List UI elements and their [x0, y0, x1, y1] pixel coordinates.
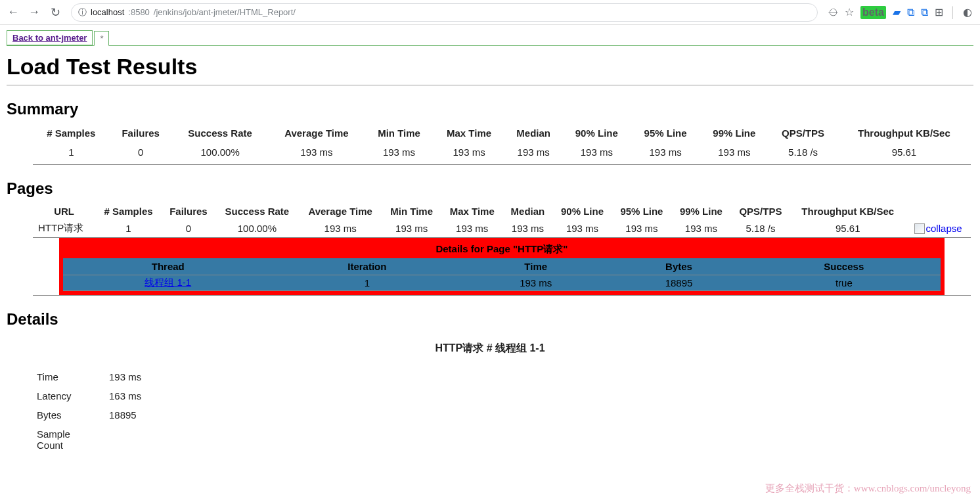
- details-inner-row: 线程组 1-1 1 193 ms 18895 true: [63, 275, 941, 291]
- kv-row: Sample Count: [37, 424, 158, 455]
- reload-button[interactable]: ↻: [46, 3, 64, 22]
- divider: │: [950, 7, 956, 18]
- rule: [7, 85, 973, 85]
- page-body: Back to ant-jmeter * Load Test Results S…: [0, 25, 980, 481]
- url-host: localhost: [91, 7, 124, 17]
- section-details: Details: [7, 310, 973, 329]
- tab-active[interactable]: *: [94, 31, 109, 46]
- tab-strip: Back to ant-jmeter *: [7, 30, 973, 46]
- page-title: Load Test Results: [7, 54, 973, 80]
- kv-row: Latency163 ms: [37, 386, 158, 405]
- details-box: Details for Page "HTTP请求" Thread Iterati…: [59, 238, 945, 295]
- section-pages: Pages: [7, 179, 973, 198]
- kv-row: Bytes18895: [37, 405, 158, 424]
- star-icon[interactable]: ☆: [845, 6, 854, 18]
- kv-row: Time193 ms: [37, 367, 158, 386]
- detail-kv-table: Time193 ms Latency163 ms Bytes18895 Samp…: [37, 367, 158, 455]
- info-icon: ⓘ: [78, 7, 87, 18]
- details-inner-table: Thread Iteration Time Bytes Success 线程组 …: [63, 258, 941, 291]
- thread-link[interactable]: 线程组 1-1: [145, 277, 191, 288]
- tab-back[interactable]: Back to ant-jmeter: [7, 30, 93, 45]
- address-bar[interactable]: ⓘ localhost:8580/jenkins/job/ant-jmeter/…: [71, 3, 818, 22]
- back-link[interactable]: Back to ant-jmeter: [12, 33, 87, 43]
- ext-icon-4[interactable]: ⊞: [935, 6, 943, 18]
- toolbar-icons: ⦵ ☆ beta ▰ ⧉ ⧉ ⊞ │ ◐: [824, 6, 976, 19]
- url-port: :8580: [128, 7, 150, 17]
- translate-icon[interactable]: ⦵: [828, 7, 838, 18]
- ext-icon-2[interactable]: ⧉: [907, 7, 914, 18]
- pages-header-row: URL# SamplesFailures Success RateAverage…: [33, 203, 971, 219]
- pages-table: URL# SamplesFailures Success RateAverage…: [33, 203, 971, 296]
- beta-badge: beta: [860, 6, 886, 19]
- section-summary: Summary: [7, 100, 973, 118]
- collapse-toggle[interactable]: collapse: [905, 219, 971, 238]
- detail-heading: HTTP请求 # 线程组 1-1: [7, 342, 973, 355]
- ext-icon-1[interactable]: ▰: [893, 6, 901, 18]
- pages-row: HTTP请求10 100.00%193 ms193 ms 193 ms193 m…: [33, 219, 971, 238]
- forward-button[interactable]: →: [25, 3, 43, 22]
- back-button[interactable]: ←: [4, 3, 22, 22]
- broken-image-icon: [914, 223, 925, 234]
- browser-toolbar: ← → ↻ ⓘ localhost:8580/jenkins/job/ant-j…: [0, 0, 980, 25]
- url-path: /jenkins/job/ant-jmeter/HTML_Report/: [154, 7, 296, 17]
- details-box-title: Details for Page "HTTP请求": [63, 242, 941, 258]
- ext-icon-3[interactable]: ⧉: [921, 7, 928, 18]
- avatar-icon[interactable]: ◐: [963, 6, 972, 18]
- summary-table: # SamplesFailuresSuccess Rate Average Ti…: [33, 124, 971, 165]
- summary-row: 10100.00% 193 ms193 ms193 ms 193 ms193 m…: [33, 141, 971, 165]
- summary-header-row: # SamplesFailuresSuccess Rate Average Ti…: [33, 124, 971, 141]
